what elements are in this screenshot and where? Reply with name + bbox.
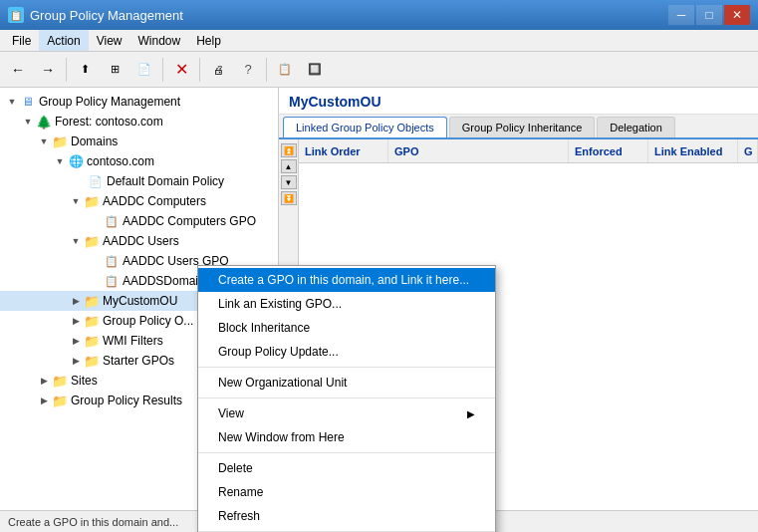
aadds-admin-icon: 📋	[104, 273, 120, 289]
expand-gpo2	[88, 253, 104, 269]
starter-gpos-icon: 📁	[84, 353, 100, 369]
maximize-button[interactable]: □	[696, 5, 722, 25]
ctx-sep-2	[198, 398, 495, 399]
tree-forest-label: Forest: contoso.com	[55, 115, 163, 129]
tab-delegation[interactable]: Delegation	[597, 117, 675, 137]
menu-view[interactable]: View	[89, 30, 130, 51]
status-text: Create a GPO in this domain and...	[8, 516, 178, 528]
menu-action[interactable]: Action	[39, 30, 88, 51]
close-button[interactable]: ✕	[724, 5, 750, 25]
gpo-objects-icon: 📁	[84, 313, 100, 329]
tree-aaddc-users[interactable]: ▼ 📁 AADDC Users	[0, 231, 278, 251]
domains-icon: 📁	[52, 133, 68, 149]
ctx-sep-3	[198, 452, 495, 453]
ctx-refresh[interactable]: Refresh	[198, 504, 495, 528]
root-icon: 🖥	[20, 94, 36, 110]
title-bar: 📋 Group Policy Management ─ □ ✕	[0, 0, 758, 30]
ctx-view[interactable]: View ▶	[198, 401, 495, 425]
ctx-block-inheritance[interactable]: Block Inheritance	[198, 316, 495, 340]
forest-icon: 🌲	[36, 114, 52, 130]
forward-button[interactable]: →	[34, 56, 62, 84]
menu-bar: File Action View Window Help	[0, 30, 758, 52]
tab-gp-inheritance[interactable]: Group Policy Inheritance	[449, 117, 595, 137]
scroll-bottom-button[interactable]: ⏬	[281, 191, 297, 205]
ctx-create-gpo[interactable]: Create a GPO in this domain, and Link it…	[198, 268, 495, 292]
expand-aadds	[88, 273, 104, 289]
tree-contoso[interactable]: ▼ 🌐 contoso.com	[0, 151, 278, 171]
expand-mycustomou[interactable]: ▶	[68, 293, 84, 309]
contoso-icon: 🌐	[68, 153, 84, 169]
col-link-order[interactable]: Link Order	[299, 139, 388, 162]
expand-wmi[interactable]: ▶	[68, 333, 84, 349]
ctx-delete[interactable]: Delete	[198, 456, 495, 480]
menu-help[interactable]: Help	[188, 30, 229, 51]
tree-gpo-objects-label: Group Policy O...	[103, 314, 193, 328]
expand-starter[interactable]: ▶	[68, 353, 84, 369]
context-menu: Create a GPO in this domain, and Link it…	[197, 265, 496, 532]
tree-aaddc-computers-gpo-label: AADDC Computers GPO	[123, 214, 256, 228]
tree-root[interactable]: ▼ 🖥 Group Policy Management	[0, 92, 278, 112]
tree-root-label: Group Policy Management	[39, 95, 180, 109]
expand-default	[72, 173, 88, 189]
scroll-top-button[interactable]: ⏫	[281, 143, 297, 157]
tree-default-policy-label: Default Domain Policy	[107, 174, 224, 188]
gp-results-icon: 📁	[52, 393, 68, 408]
tree-aaddc-computers-gpo[interactable]: 📋 AADDC Computers GPO	[0, 211, 278, 231]
tree-starter-gpos-label: Starter GPOs	[103, 354, 174, 368]
col-gpo[interactable]: GPO	[388, 139, 569, 162]
export-button[interactable]: 📋	[271, 56, 299, 84]
tree-gp-results-label: Group Policy Results	[71, 394, 182, 407]
aaddc-users-icon: 📁	[84, 233, 100, 249]
expand-aaddc-users[interactable]: ▼	[68, 233, 84, 249]
tree-forest[interactable]: ▼ 🌲 Forest: contoso.com	[0, 112, 278, 132]
expand-gpo-objects[interactable]: ▶	[68, 313, 84, 329]
back-button[interactable]: ←	[4, 56, 32, 84]
ctx-new-ou[interactable]: New Organizational Unit	[198, 371, 495, 395]
delete-button[interactable]: ✕	[167, 56, 195, 84]
minimize-button[interactable]: ─	[668, 5, 694, 25]
ctx-sep-1	[198, 367, 495, 368]
col-g[interactable]: G	[738, 139, 758, 162]
expand-gpo1	[88, 213, 104, 229]
tab-linked-gpo[interactable]: Linked Group Policy Objects	[283, 117, 447, 137]
view-button[interactable]: 🔲	[301, 56, 329, 84]
tree-domains[interactable]: ▼ 📁 Domains	[0, 132, 278, 151]
properties-button[interactable]: 🖨	[204, 56, 232, 84]
tree-aaddc-users-label: AADDC Users	[103, 234, 179, 248]
ctx-new-window[interactable]: New Window from Here	[198, 425, 495, 449]
col-enforced[interactable]: Enforced	[569, 139, 648, 162]
ctx-link-existing-gpo[interactable]: Link an Existing GPO...	[198, 292, 495, 316]
tree-contoso-label: contoso.com	[87, 154, 154, 168]
toolbar-separator-2	[162, 58, 163, 82]
col-link-enabled[interactable]: Link Enabled	[648, 139, 738, 162]
menu-file[interactable]: File	[4, 30, 39, 51]
expand-aaddc-computers[interactable]: ▼	[68, 193, 84, 209]
mycustomou-icon: 📁	[84, 293, 100, 309]
new-button[interactable]: 📄	[130, 56, 158, 84]
expand-sites[interactable]: ▶	[36, 373, 52, 389]
tree-mycustomou-label: MyCustomOU	[103, 294, 177, 308]
expand-domains[interactable]: ▼	[36, 133, 52, 149]
up-button[interactable]: ⬆	[71, 56, 99, 84]
scroll-down-button[interactable]: ▼	[281, 175, 297, 189]
menu-window[interactable]: Window	[130, 30, 189, 51]
toolbar-separator-1	[66, 58, 67, 82]
show-hide-button[interactable]: ⊞	[101, 56, 128, 84]
expand-forest[interactable]: ▼	[20, 114, 36, 130]
title-bar-left: 📋 Group Policy Management	[8, 7, 183, 23]
expand-root[interactable]: ▼	[4, 94, 20, 110]
ctx-rename[interactable]: Rename	[198, 480, 495, 504]
ctx-gp-update[interactable]: Group Policy Update...	[198, 340, 495, 364]
wmi-filters-icon: 📁	[84, 333, 100, 349]
help-button[interactable]: ?	[234, 56, 262, 84]
aaddc-comp-gpo-icon: 📋	[104, 213, 120, 229]
aaddc-users-gpo-icon: 📋	[104, 253, 120, 269]
expand-gp-results[interactable]: ▶	[36, 393, 52, 408]
scroll-up-button[interactable]: ▲	[281, 159, 297, 173]
sites-icon: 📁	[52, 373, 68, 389]
tabs-container: Linked Group Policy Objects Group Policy…	[279, 115, 758, 139]
tree-aaddc-computers[interactable]: ▼ 📁 AADDC Computers	[0, 191, 278, 211]
tree-default-policy[interactable]: 📄 Default Domain Policy	[0, 171, 278, 191]
default-policy-icon: 📄	[88, 173, 104, 189]
expand-contoso[interactable]: ▼	[52, 153, 68, 169]
